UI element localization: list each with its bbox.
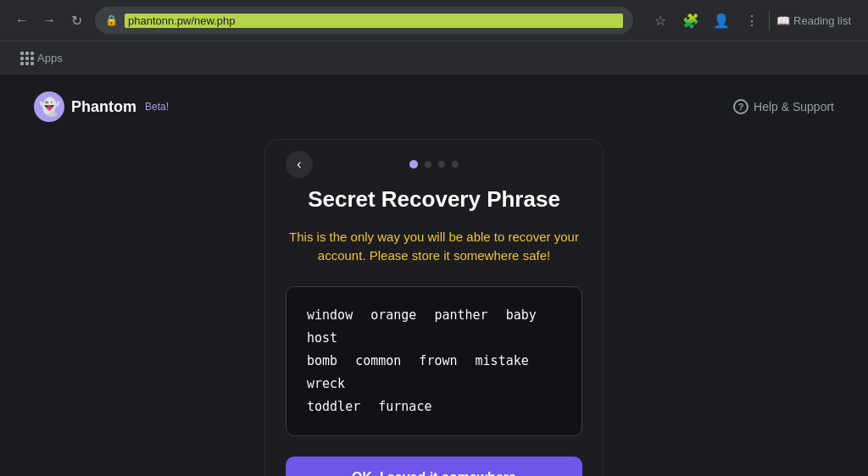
ok-saved-button[interactable]: OK, I saved it somewhere [286,457,582,476]
dot-2 [425,161,431,168]
phantom-name: Phantom [71,98,136,116]
recovery-phrase-text: window orange panther baby host bomb com… [307,307,537,414]
phantom-beta-label: Beta! [145,101,169,113]
phantom-ghost-icon: 👻 [34,91,64,122]
reading-list-section: 📖 Reading list [769,10,858,30]
browser-toolbar: ← → ↻ 🔒 ☆ 🧩 👤 ⋮ 📖 Reading list [0,0,868,41]
dot-3 [438,161,445,168]
bookmarks-bar: Apps [0,41,868,75]
menu-button[interactable]: ⋮ [738,7,765,34]
reading-list-label: Reading list [793,14,851,27]
extensions-button[interactable]: 🧩 [677,7,704,34]
toolbar-right: ☆ 🧩 👤 ⋮ 📖 Reading list [647,7,858,34]
browser-chrome: ← → ↻ 🔒 ☆ 🧩 👤 ⋮ 📖 Reading list [0,0,868,75]
forward-button[interactable]: → [37,8,61,32]
address-bar[interactable] [125,14,623,28]
back-button[interactable]: ← [10,8,34,32]
help-label: Help & Support [754,100,834,113]
card-nav: ‹ [286,160,582,169]
address-bar-container[interactable]: 🔒 [95,7,633,34]
phrase-box: window orange panther baby host bomb com… [286,286,582,436]
card-back-button[interactable]: ‹ [286,151,313,178]
nav-buttons: ← → ↻ [10,8,88,32]
page-header: 👻 Phantom Beta! ? Help & Support [0,75,868,139]
page-content: 👻 Phantom Beta! ? Help & Support ‹ Secre… [0,75,868,476]
progress-dots [409,160,459,169]
grid-icon [20,52,34,65]
reload-button[interactable]: ↻ [64,8,88,32]
profile-button[interactable]: 👤 [708,7,735,34]
dot-4 [452,161,459,168]
card-subtitle: This is the only way you will be able to… [286,228,582,266]
apps-bookmark[interactable]: Apps [14,48,70,69]
reading-list-icon: 📖 [776,14,790,27]
card-title: Secret Recovery Phrase [286,185,582,214]
dot-1 [409,160,418,169]
help-icon: ? [733,99,748,114]
phantom-logo: 👻 Phantom Beta! [34,91,169,122]
star-button[interactable]: ☆ [647,7,674,34]
main-card: ‹ Secret Recovery Phrase This is the onl… [264,139,604,476]
lock-icon: 🔒 [105,14,118,26]
apps-label: Apps [37,52,63,64]
help-support-button[interactable]: ? Help & Support [733,99,834,114]
